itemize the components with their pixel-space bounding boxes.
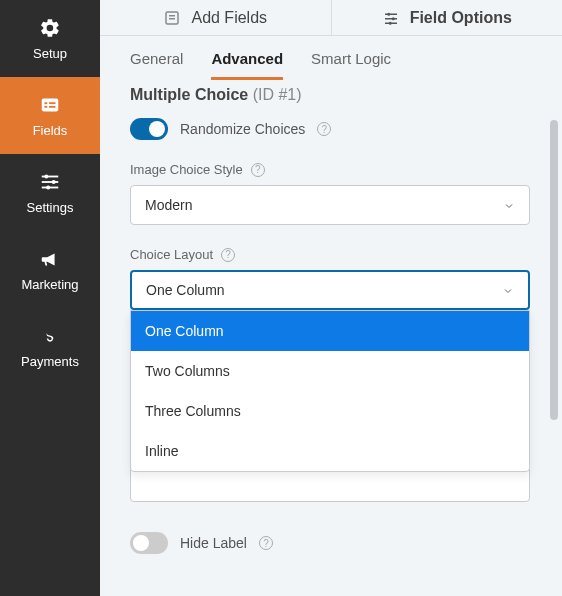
sidebar-item-label: Payments (21, 354, 79, 369)
content-area: Multiple Choice (ID #1) Randomize Choice… (100, 80, 562, 596)
svg-rect-7 (42, 181, 59, 183)
tab-label: Field Options (410, 9, 512, 27)
dropdown-option[interactable]: Inline (131, 431, 529, 471)
hide-label-label: Hide Label (180, 535, 247, 551)
randomize-toggle[interactable] (130, 118, 168, 140)
sidebar-item-marketing[interactable]: Marketing (0, 231, 100, 308)
main-panel: Add Fields Field Options General Advance… (100, 0, 562, 596)
sidebar-item-payments[interactable]: Payments (0, 308, 100, 385)
svg-rect-5 (42, 176, 59, 178)
svg-point-10 (46, 185, 50, 189)
choice-layout-dropdown: One Column Two Columns Three Columns Inl… (130, 310, 530, 472)
choice-layout-label: Choice Layout (130, 247, 213, 262)
image-style-select[interactable]: Modern (130, 185, 530, 225)
list-icon (38, 93, 62, 117)
bullhorn-icon (38, 247, 62, 271)
field-name: Multiple Choice (130, 86, 248, 103)
image-style-label: Image Choice Style (130, 162, 243, 177)
svg-point-6 (44, 174, 48, 178)
svg-point-19 (388, 21, 391, 24)
subtab-smart-logic[interactable]: Smart Logic (311, 50, 391, 80)
sliders-icon (38, 170, 62, 194)
svg-rect-2 (49, 102, 55, 104)
select-value: One Column (146, 282, 225, 298)
scrollbar[interactable] (550, 120, 558, 420)
svg-point-8 (52, 180, 56, 184)
chevron-down-icon (503, 199, 515, 211)
sidebar-item-setup[interactable]: Setup (0, 0, 100, 77)
field-id: (ID #1) (253, 86, 302, 103)
tab-label: Add Fields (191, 9, 267, 27)
help-icon[interactable]: ? (251, 163, 265, 177)
hide-label-toggle[interactable] (130, 532, 168, 554)
choice-layout-select[interactable]: One Column (130, 270, 530, 310)
sidebar-item-label: Settings (27, 200, 74, 215)
dollar-icon (38, 324, 62, 348)
svg-rect-4 (49, 106, 55, 108)
field-title: Multiple Choice (ID #1) (130, 86, 532, 104)
sidebar-item-label: Fields (33, 123, 68, 138)
dropdown-option[interactable]: Three Columns (131, 391, 529, 431)
randomize-label: Randomize Choices (180, 121, 305, 137)
dropdown-option[interactable]: Two Columns (131, 351, 529, 391)
subtab-general[interactable]: General (130, 50, 183, 80)
gear-icon (38, 16, 62, 40)
help-icon[interactable]: ? (259, 536, 273, 550)
help-icon[interactable]: ? (221, 248, 235, 262)
sidebar-item-label: Setup (33, 46, 67, 61)
svg-rect-1 (45, 102, 48, 104)
top-tabs: Add Fields Field Options (100, 0, 562, 36)
svg-point-17 (391, 17, 394, 20)
sidebar-item-fields[interactable]: Fields (0, 77, 100, 154)
svg-rect-3 (45, 106, 48, 108)
svg-point-15 (387, 12, 390, 15)
sidebar: Setup Fields Settings Marketing Payments (0, 0, 100, 596)
tab-field-options[interactable]: Field Options (332, 0, 563, 35)
svg-rect-0 (42, 99, 59, 112)
chevron-down-icon (502, 284, 514, 296)
help-icon[interactable]: ? (317, 122, 331, 136)
sidebar-item-settings[interactable]: Settings (0, 154, 100, 231)
subtabs: General Advanced Smart Logic (100, 36, 562, 80)
sidebar-item-label: Marketing (21, 277, 78, 292)
subtab-advanced[interactable]: Advanced (211, 50, 283, 80)
dropdown-option[interactable]: One Column (131, 311, 529, 351)
select-value: Modern (145, 197, 192, 213)
options-icon (382, 9, 400, 27)
form-icon (163, 9, 181, 27)
tab-add-fields[interactable]: Add Fields (100, 0, 331, 35)
